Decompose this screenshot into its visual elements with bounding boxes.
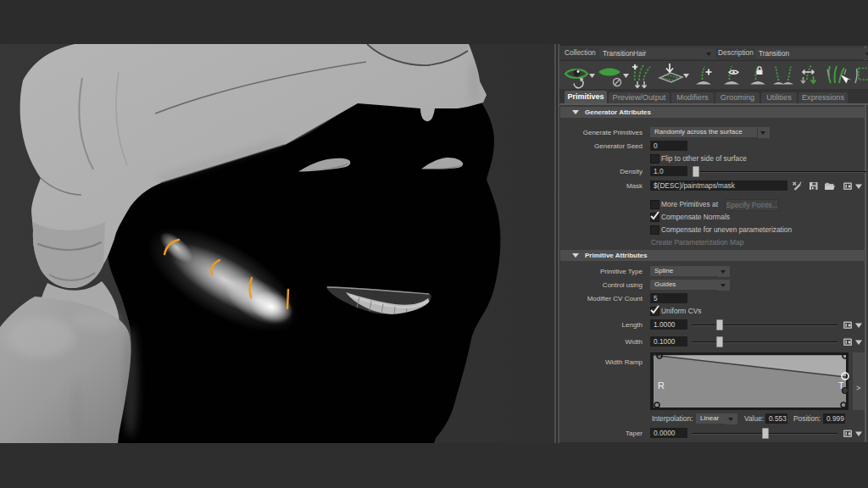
svg-text:R: R [658,380,665,391]
svg-text:>: > [856,384,860,392]
